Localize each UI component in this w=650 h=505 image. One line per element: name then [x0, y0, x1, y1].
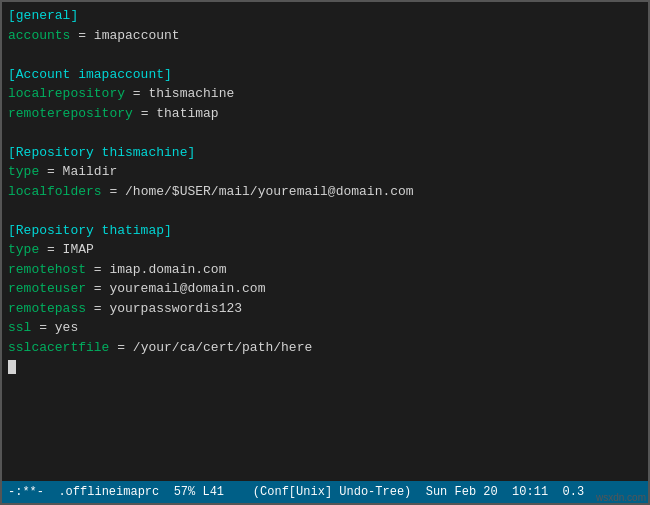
- editor-line: ssl = yes: [8, 318, 642, 338]
- editor-line: [Repository thatimap]: [8, 221, 642, 241]
- status-extra: (Conf[Unix] Undo-Tree) Sun Feb 20 10:11 …: [224, 485, 584, 499]
- editor-line: [8, 357, 642, 377]
- editor-line: type = Maildir: [8, 162, 642, 182]
- status-mode: -:**-: [8, 485, 44, 499]
- editor-line: localfolders = /home/$USER/mail/youremai…: [8, 182, 642, 202]
- editor-line: accounts = imapaccount: [8, 26, 642, 46]
- editor-line: [8, 123, 642, 143]
- editor-line: remoteuser = youremail@domain.com: [8, 279, 642, 299]
- editor-content[interactable]: [general]accounts = imapaccount[Account …: [2, 2, 648, 481]
- editor-line: [8, 45, 642, 65]
- editor-line: [Account imapaccount]: [8, 65, 642, 85]
- editor-line: [8, 201, 642, 221]
- editor-line: [general]: [8, 6, 642, 26]
- editor-line: remotehost = imap.domain.com: [8, 260, 642, 280]
- status-line: L41: [195, 485, 224, 499]
- status-percent: 57%: [159, 485, 195, 499]
- editor-line: [Repository thismachine]: [8, 143, 642, 163]
- editor-line: localrepository = thismachine: [8, 84, 642, 104]
- status-filename: .offlineimaprc: [44, 485, 159, 499]
- editor-window: [general]accounts = imapaccount[Account …: [0, 0, 650, 505]
- editor-line: remoterepository = thatimap: [8, 104, 642, 124]
- editor-line: type = IMAP: [8, 240, 642, 260]
- editor-line: sslcacertfile = /your/ca/cert/path/here: [8, 338, 642, 358]
- editor-line: remotepass = yourpasswordis123: [8, 299, 642, 319]
- watermark: wsxdn.com: [596, 492, 646, 503]
- window: [general]accounts = imapaccount[Account …: [0, 0, 650, 505]
- status-bar: -:**- .offlineimaprc 57% L41 (Conf[Unix]…: [2, 481, 648, 503]
